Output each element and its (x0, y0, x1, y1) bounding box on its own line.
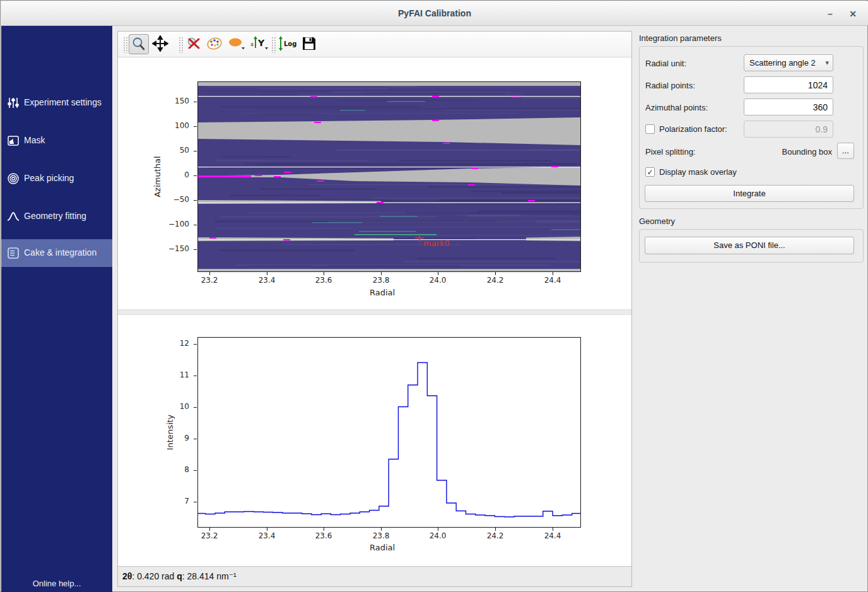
display-mask-checkbox[interactable]: ✓ (645, 167, 655, 177)
radial-points-label: Radial points: (645, 81, 695, 90)
online-help-link[interactable]: Online help... (1, 579, 112, 588)
sidebar: Experiment settings Mask Peak picking Ge… (1, 26, 112, 592)
zoom-reset-button[interactable] (184, 34, 204, 54)
tick-label: 8 (161, 465, 189, 474)
tick-label: 23.6 (305, 276, 343, 285)
mark0-label: mark0 (423, 239, 450, 248)
palette-icon (206, 35, 223, 52)
geometry-title: Geometry (639, 216, 675, 226)
intensity-plot-canvas[interactable] (197, 337, 581, 528)
cake-plot-canvas[interactable]: mark0 (197, 81, 581, 272)
mask-tool-button[interactable] (226, 34, 246, 54)
chevron-down-icon: ▾ (825, 59, 829, 67)
intensity-step-line (198, 363, 580, 518)
tick-mark (553, 272, 553, 275)
tick-mark (495, 272, 496, 275)
tick-mark (194, 502, 197, 502)
tick-mark (324, 272, 324, 275)
integration-parameters-title: Integration parameters (639, 33, 722, 43)
tick-mark (381, 528, 382, 531)
tick-mark (267, 272, 267, 275)
log-scale-icon: Log (278, 35, 299, 52)
peak-curve-icon (7, 210, 20, 223)
save-poni-button[interactable]: Save as PONI file... (645, 237, 854, 254)
tick-label: 23.2 (191, 276, 228, 285)
tick-label: 7 (161, 497, 189, 506)
intensity-curve (198, 338, 580, 527)
tick-label: −50 (161, 195, 189, 204)
tick-label: 9 (161, 434, 189, 442)
pan-mode-button[interactable] (151, 34, 171, 54)
tick-mark (194, 126, 197, 127)
pixel-splitting-more-button[interactable]: ... (837, 143, 854, 159)
tick-mark (438, 272, 438, 275)
tick-mark (194, 439, 197, 439)
radial-points-input[interactable] (744, 76, 833, 93)
integrate-button[interactable]: Integrate (645, 185, 854, 202)
tick-mark (267, 528, 267, 531)
toolbar-drag-handle[interactable] (123, 37, 127, 53)
tick-label: 100 (161, 121, 189, 130)
toolbar-drag-handle[interactable] (271, 37, 276, 53)
polarization-checkbox[interactable] (645, 124, 655, 134)
pyfai-calibration-window: PyFAI Calibration – ✕ Experiment setting… (0, 0, 868, 592)
tick-label: 24.2 (476, 531, 514, 540)
sidebar-item-label: Peak picking (24, 173, 74, 183)
cake-slices-icon (7, 247, 20, 259)
tick-mark (324, 528, 324, 531)
azimuthal-points-label: Azimuthal points: (645, 103, 708, 112)
tick-mark (438, 528, 438, 531)
pixel-splitting-value: Bounding box (732, 147, 832, 157)
plot-splitter[interactable] (118, 309, 631, 315)
position-statusbar: 2θ: 0.420 rad q: 28.414 nm⁻¹ (118, 566, 631, 586)
tick-label: −100 (161, 220, 189, 228)
zoom-reset-icon (185, 35, 202, 52)
cake-ylabel: Azimuthal (153, 156, 162, 197)
close-button[interactable]: ✕ (845, 6, 860, 21)
toolbar-drag-handle[interactable] (179, 37, 183, 53)
polarization-label: Polarization factor: (659, 124, 727, 134)
status-2theta-value: : 0.420 rad (132, 571, 177, 581)
pixel-splitting-label: Pixel splitting: (645, 147, 695, 157)
radial-unit-value: Scattering angle 2 (749, 58, 816, 68)
azimuthal-points-input[interactable] (744, 98, 833, 115)
tick-mark (381, 272, 382, 275)
window-title: PyFAI Calibration (1, 8, 868, 18)
tick-label: 24.4 (534, 531, 572, 540)
tick-label: 24.2 (476, 276, 514, 285)
tick-label: 23.4 (248, 531, 286, 540)
log-scale-button[interactable]: Log (276, 34, 299, 54)
magnifier-icon (131, 36, 147, 52)
svg-text:a: a (250, 42, 254, 47)
colormap-button[interactable] (205, 34, 225, 54)
tick-mark (194, 225, 197, 225)
sidebar-item-mask[interactable]: Mask (1, 127, 112, 155)
sidebar-item-label: Mask (24, 135, 45, 145)
target-rings-icon (7, 172, 20, 185)
y-axis-direction-button[interactable]: a Y (249, 34, 269, 54)
sidebar-item-cake-integration[interactable]: Cake & integration (1, 239, 112, 267)
curve-ylabel: Intensity (165, 415, 175, 451)
radial-unit-select[interactable]: Scattering angle 2 ▾ (744, 54, 833, 71)
save-button[interactable] (300, 34, 320, 54)
tick-mark (194, 407, 197, 408)
tick-label: 24.4 (534, 276, 572, 285)
status-q-value: : 28.414 nm⁻¹ (182, 571, 237, 581)
sidebar-item-peak-picking[interactable]: Peak picking (1, 165, 112, 192)
tick-mark (194, 200, 197, 201)
tick-label: −150 (161, 244, 189, 253)
sidebar-item-geometry-fitting[interactable]: Geometry fitting (1, 203, 112, 230)
tick-label: 23.2 (191, 531, 228, 540)
cake-heatmap: mark0 (198, 82, 580, 271)
sidebar-item-experiment-settings[interactable]: Experiment settings (1, 89, 112, 117)
tick-mark (495, 528, 496, 531)
tick-mark (194, 151, 197, 151)
pan-arrows-icon (152, 35, 168, 52)
tick-label: 10 (161, 402, 189, 411)
floppy-save-icon (301, 35, 317, 52)
tick-mark (194, 249, 197, 250)
zoom-mode-button[interactable] (129, 34, 149, 54)
minimize-button[interactable]: – (823, 6, 838, 21)
tick-mark (209, 528, 210, 531)
radial-unit-label: Radial unit: (645, 59, 686, 68)
